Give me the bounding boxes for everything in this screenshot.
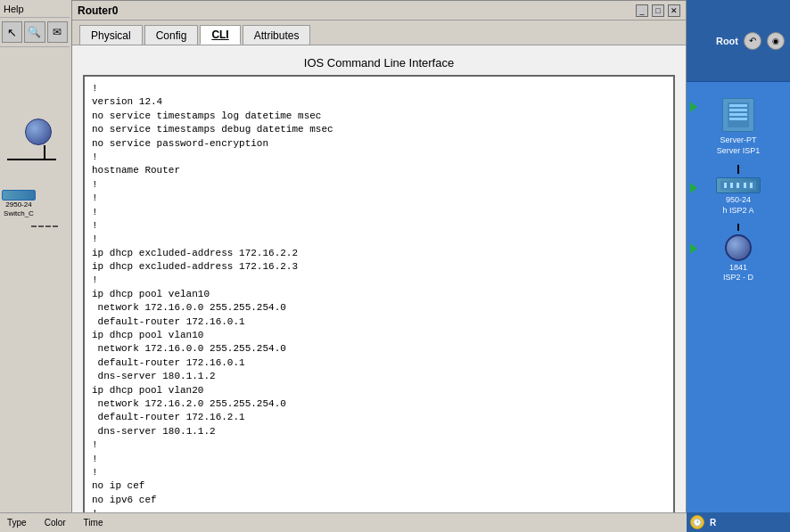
left-sidebar: Help ↖ 🔍 ✉ 2950-24Switch_C — [0, 0, 70, 532]
minimize-button[interactable]: _ — [636, 4, 648, 17]
router-1841-label: 1841ISP2 - D — [723, 263, 753, 283]
tab-bar: Physical Config CLI Attributes — [72, 20, 686, 45]
router-window: Router0 _ □ ✕ Physical Config CLI Attrib… — [71, 0, 687, 532]
window-title: Router0 — [78, 4, 118, 17]
type-col: Type — [7, 518, 27, 528]
switch-isp2a-icon[interactable] — [716, 177, 761, 193]
bottom-status-bar: Type Color Time — [0, 512, 687, 532]
switch-icon[interactable] — [2, 190, 36, 201]
right-panel: Root ↶ ◉ Server-PTServer ISP1 — [687, 0, 790, 532]
clock-icon: 🕐 — [690, 515, 704, 529]
tab-attributes[interactable]: Attributes — [243, 25, 311, 45]
right-panel-r-label: R — [710, 518, 716, 528]
maximize-button[interactable]: □ — [652, 4, 664, 17]
close-button[interactable]: ✕ — [668, 4, 680, 17]
select-tool[interactable]: ↖ — [2, 21, 22, 43]
back-arrow-icon[interactable]: ↶ — [744, 32, 761, 50]
time-col: Time — [84, 518, 103, 528]
color-col: Color — [45, 518, 66, 528]
router-1841-group: 1841ISP2 - D — [687, 231, 790, 287]
tab-cli[interactable]: CLI — [200, 25, 240, 45]
help-menu[interactable]: Help — [4, 4, 24, 14]
zoom-tool[interactable]: 🔍 — [24, 21, 45, 43]
router-1841-icon[interactable] — [725, 234, 752, 261]
cli-terminal[interactable]: ! version 12.4 no service timestamps log… — [83, 75, 675, 516]
server-label: Server-PTServer ISP1 — [717, 135, 761, 156]
right-bottom-bar: 🕐 R — [687, 512, 790, 532]
window-titlebar: Router0 _ □ ✕ — [72, 1, 686, 20]
tab-physical[interactable]: Physical — [79, 25, 143, 45]
switch-isp2a-label: 950-24h ISP2 A — [722, 195, 753, 216]
cli-output: ! version 12.4 no service timestamps log… — [92, 82, 666, 516]
mail-tool[interactable]: ✉ — [47, 21, 68, 43]
server-pt-icon[interactable] — [722, 98, 754, 132]
cli-area: IOS Command Line Interface ! version 12.… — [72, 45, 686, 521]
server-device-group: Server-PTServer ISP1 — [687, 82, 790, 165]
circle-icon[interactable]: ◉ — [767, 32, 785, 50]
root-label: Root — [716, 36, 738, 46]
cli-title: IOS Command Line Interface — [79, 51, 679, 75]
window-controls: _ □ ✕ — [636, 4, 680, 17]
tab-config[interactable]: Config — [144, 25, 199, 45]
switch-isp2a-group: 950-24h ISP2 A — [687, 174, 790, 219]
cisco-router-icon[interactable] — [25, 119, 52, 145]
